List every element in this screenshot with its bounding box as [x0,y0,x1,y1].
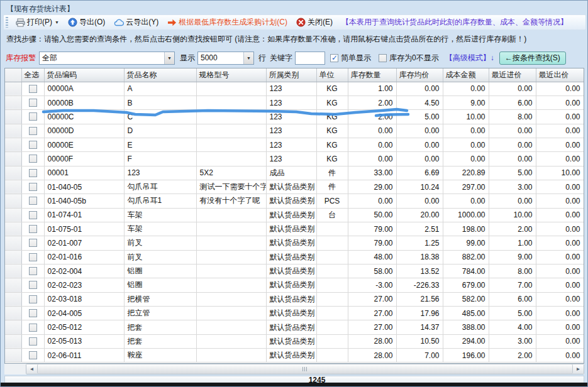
cell-code[interactable]: 02-01-007 [44,236,124,250]
cell-spec[interactable] [196,110,266,124]
cell-qty[interactable]: 48.00 [348,250,396,264]
cell-code[interactable]: 02-05-012 [44,320,124,334]
cell-code[interactable]: 00000C [44,110,124,124]
cell-spec[interactable] [196,292,266,306]
cell-category[interactable]: 默认货品类别 [266,222,316,236]
cell-cost[interactable]: 297.00 [443,180,489,194]
cell-category[interactable]: 默认货品类别 [266,236,316,250]
cell-last-in-price[interactable]: 8.00 [489,264,536,278]
cell-code[interactable]: 02-01-016 [44,250,124,264]
cell-spec[interactable] [196,124,266,138]
cell-avg-price[interactable]: 10.50 [396,334,443,348]
cell-last-out-price[interactable]: 0.00 [536,124,584,138]
table-row[interactable]: 02-01-007前叉默认货品类别79.001.2599.001.000.00 [5,236,584,250]
cell-cost[interactable]: 0.00 [443,124,489,138]
cell-avg-price[interactable]: 2.51 [396,222,443,236]
cell-code[interactable]: 00000E [44,138,124,151]
column-header[interactable]: 货品编码 [44,68,124,82]
cell-code[interactable]: 00000B [44,95,124,109]
cell-name[interactable]: A [124,82,196,95]
cell-category[interactable]: 123 [266,95,316,109]
cell-qty[interactable]: 79.00 [348,236,396,250]
cloud-export-button[interactable]: 云导出(Y) [111,16,161,29]
cell-last-out-price[interactable]: 0.00 [536,334,584,348]
cell-cost[interactable]: 882.00 [443,250,489,264]
cell-code[interactable]: 02-02-004 [44,264,124,278]
table-row[interactable]: 00000FF123KG0.000.000.000.000.00 [5,152,584,166]
cell-cost[interactable]: 784.00 [443,264,489,278]
cell-cost[interactable]: 9.00 [443,95,489,109]
keyword-input[interactable] [295,52,325,65]
cell-last-in-price[interactable]: 6.00 [489,95,536,109]
cell-qty[interactable]: 27.00 [348,320,396,334]
table-row[interactable]: 00000BB123KG2.004.509.006.000.00 [5,95,584,109]
row-indicator[interactable] [5,250,21,264]
cell-unit[interactable] [316,292,348,306]
cell-cost[interactable]: 99.00 [443,236,489,250]
cell-code[interactable]: 01-074-01 [44,208,124,222]
cell-name[interactable]: 123 [124,166,196,180]
row-indicator[interactable] [5,334,21,348]
cell-category[interactable]: 默认货品类别 [266,250,316,264]
cell-code[interactable]: 00000F [44,152,124,166]
cell-name[interactable]: 鞍座 [124,349,196,362]
row-checkbox[interactable] [29,141,37,149]
cell-unit[interactable] [316,264,348,278]
row-indicator[interactable] [5,166,21,180]
cell-code[interactable]: 02-06-011 [44,349,124,362]
search-by-condition-button[interactable]: ←按条件查找(S) [499,52,566,65]
cell-avg-price[interactable]: 10.24 [396,180,443,194]
row-indicator[interactable] [5,278,21,292]
cell-unit[interactable] [316,307,348,320]
table-row[interactable]: 00000DD123KG0.000.000.000.000.00 [5,124,584,138]
cell-spec[interactable] [196,307,266,320]
table-row[interactable]: 02-06-011鞍座默认货品类别28.007.00196.002.000.00 [5,349,584,362]
row-checkbox[interactable] [29,183,37,191]
cell-avg-price[interactable]: 0.00 [396,138,443,151]
cell-last-out-price[interactable]: 0.00 [536,250,584,264]
cell-avg-price[interactable]: 17.96 [396,307,443,320]
cell-category[interactable]: 123 [266,110,316,124]
column-header[interactable]: 成本金额 [443,68,489,82]
cell-cost[interactable]: 196.00 [443,349,489,362]
cell-last-in-price[interactable]: 4.00 [489,320,536,334]
cell-name[interactable]: 前叉 [124,250,196,264]
cell-spec[interactable] [196,349,266,362]
row-checkbox[interactable] [29,127,37,135]
generate-purchase-plan-button[interactable]: 根据最低库存数生成采购计划(C) [165,16,290,29]
table-row[interactable]: 01-074-01车架默认货品类别台50.0020.001000.0010.00… [5,208,584,222]
cell-name[interactable]: B [124,95,196,109]
row-indicator[interactable] [5,292,21,306]
table-row[interactable]: 01-075-01车架默认货品类别79.002.51198.002.000.00 [5,222,584,236]
cell-avg-price[interactable]: -226.33 [396,278,443,292]
column-header[interactable]: 最近进价 [489,68,536,82]
cell-cost[interactable]: 294.00 [443,334,489,348]
cell-avg-price[interactable]: 14.37 [396,320,443,334]
scrollbar-thumb[interactable] [37,364,573,374]
cell-avg-price[interactable]: 1.25 [396,236,443,250]
row-checkbox[interactable] [29,155,37,163]
scroll-left-arrow-icon[interactable]: ◄ [26,364,37,374]
cell-qty[interactable]: -3.00 [348,278,396,292]
chevron-down-icon[interactable]: ▼ [164,52,174,64]
cell-name[interactable]: 把套 [124,334,196,348]
row-checkbox[interactable] [29,99,37,107]
column-header[interactable]: 规格型号 [196,68,266,82]
column-header[interactable]: 库存数量 [348,68,396,82]
cell-unit[interactable]: 件 [316,180,348,194]
row-indicator[interactable] [5,307,21,320]
cell-unit[interactable]: PCS [316,194,348,208]
row-indicator[interactable] [5,95,21,109]
cell-unit[interactable]: KG [316,124,348,138]
cell-last-out-price[interactable]: 0.00 [536,110,584,124]
cell-category[interactable]: 123 [266,82,316,95]
cell-last-in-price[interactable]: 6.00 [489,292,536,306]
row-indicator[interactable] [5,349,21,362]
cell-name[interactable]: 前叉 [124,236,196,250]
cell-unit[interactable] [316,222,348,236]
cell-cost[interactable]: 582.00 [443,292,489,306]
cell-qty[interactable]: 0.00 [348,152,396,166]
cell-last-out-price[interactable]: 0.00 [536,349,584,362]
cell-last-out-price[interactable]: 0.00 [536,82,584,95]
cell-unit[interactable] [316,278,348,292]
